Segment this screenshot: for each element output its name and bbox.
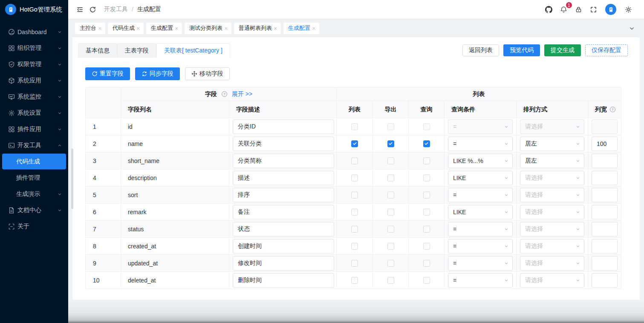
expand-link[interactable]: 展开 >> — [232, 90, 252, 98]
export-checkbox[interactable] — [387, 192, 394, 198]
sidebar-item-about[interactable]: 关于 — [2, 218, 66, 234]
query-condition-select[interactable]: = — [448, 119, 513, 134]
github-icon[interactable] — [542, 3, 555, 16]
align-select[interactable]: 请选择 — [520, 171, 584, 185]
query-checkbox[interactable] — [423, 140, 430, 147]
query-checkbox[interactable] — [423, 226, 430, 233]
field-desc-input[interactable] — [233, 137, 334, 151]
field-desc-input[interactable] — [233, 273, 334, 288]
export-checkbox[interactable] — [387, 209, 394, 215]
export-checkbox[interactable] — [387, 260, 394, 267]
save-config-only-button[interactable]: 仅保存配置 — [585, 44, 628, 56]
query-condition-select[interactable]: = — [448, 137, 513, 151]
breadcrumb-parent[interactable]: 开发工具 — [104, 6, 128, 13]
field-desc-input[interactable] — [233, 256, 334, 271]
query-checkbox[interactable] — [423, 243, 430, 250]
sidebar-item-gen-demo[interactable]: 生成演示 — [2, 186, 66, 202]
query-condition-select[interactable]: LIKE %...% — [448, 154, 513, 168]
query-checkbox[interactable] — [423, 123, 430, 130]
close-icon[interactable] — [222, 25, 230, 32]
list-checkbox[interactable] — [351, 157, 358, 164]
move-fields-button[interactable]: 移动字段 — [185, 67, 230, 80]
help-icon[interactable]: ? — [221, 91, 228, 97]
lock-screen-icon[interactable] — [572, 3, 585, 16]
query-condition-select[interactable]: = — [448, 239, 513, 253]
align-select[interactable]: 请选择 — [520, 273, 584, 288]
settings-gear-icon[interactable] — [622, 3, 635, 16]
export-checkbox[interactable] — [387, 175, 394, 181]
close-icon[interactable] — [96, 25, 104, 32]
refresh-icon[interactable] — [86, 3, 99, 16]
close-icon[interactable] — [135, 25, 142, 32]
reset-fields-button[interactable]: 重置字段 — [85, 67, 130, 80]
sidebar-item-sys-app[interactable]: 系统应用 — [2, 73, 66, 88]
sidebar-item-code-gen[interactable]: 代码生成 — [2, 154, 66, 169]
field-desc-input[interactable] — [233, 188, 334, 202]
notification-bell[interactable]: 1 — [557, 3, 570, 16]
list-checkbox[interactable] — [351, 226, 358, 233]
sync-fields-button[interactable]: 同步字段 — [135, 67, 180, 80]
query-condition-select[interactable]: = — [448, 273, 513, 288]
column-width-input[interactable] — [592, 239, 618, 253]
query-checkbox[interactable] — [423, 175, 430, 181]
column-width-input[interactable] — [592, 137, 618, 151]
submit-generate-button[interactable]: 提交生成 — [544, 44, 581, 56]
column-width-input[interactable] — [592, 171, 618, 185]
field-desc-input[interactable] — [233, 205, 334, 219]
avatar[interactable] — [605, 4, 616, 15]
tab-pill[interactable]: 测试分类列表 — [185, 23, 231, 34]
sidebar-item-dashboard[interactable]: Dashboard — [2, 24, 66, 40]
align-select[interactable]: 请选择 — [520, 205, 584, 219]
align-select[interactable]: 请选择 — [520, 222, 584, 236]
list-checkbox[interactable] — [351, 192, 358, 198]
column-width-input[interactable] — [592, 188, 618, 202]
align-select[interactable]: 居左 — [520, 137, 584, 151]
query-checkbox[interactable] — [423, 260, 430, 267]
page-tab[interactable]: 基本信息 — [78, 43, 117, 58]
sidebar-item-plugin-app[interactable]: 插件应用 — [2, 121, 66, 137]
query-checkbox[interactable] — [423, 157, 430, 164]
collapse-sidebar-icon[interactable] — [73, 3, 86, 16]
sidebar-item-doc-center[interactable]: 文档中心 — [2, 202, 66, 218]
page-tab[interactable]: 关联表[ testCategory ] — [156, 43, 230, 58]
export-checkbox[interactable] — [387, 226, 394, 233]
column-width-input[interactable] — [592, 154, 618, 168]
align-select[interactable]: 请选择 — [520, 119, 584, 134]
fullscreen-icon[interactable] — [587, 3, 600, 16]
query-condition-select[interactable]: = — [448, 188, 513, 202]
list-checkbox[interactable] — [351, 243, 358, 250]
query-checkbox[interactable] — [423, 209, 430, 215]
page-tab[interactable]: 主表字段 — [117, 43, 156, 58]
align-select[interactable]: 居左 — [520, 154, 584, 168]
preview-code-button[interactable]: 预览代码 — [503, 44, 540, 56]
list-checkbox[interactable] — [351, 140, 358, 147]
column-width-input[interactable] — [592, 256, 618, 271]
export-checkbox[interactable] — [387, 157, 394, 164]
tabbar-chevron-down-icon[interactable] — [625, 22, 638, 35]
close-icon[interactable] — [272, 25, 279, 32]
export-checkbox[interactable] — [387, 277, 394, 284]
field-desc-input[interactable] — [233, 171, 334, 185]
export-checkbox[interactable] — [387, 123, 394, 130]
list-checkbox[interactable] — [351, 175, 358, 181]
tab-pill[interactable]: 生成配置 — [146, 23, 182, 34]
sidebar-item-sys-monitor[interactable]: 系统监控 — [2, 89, 66, 105]
query-condition-select[interactable]: = — [448, 222, 513, 236]
export-checkbox[interactable] — [387, 243, 394, 250]
list-checkbox[interactable] — [351, 277, 358, 284]
sidebar-item-auth[interactable]: 权限管理 — [2, 56, 66, 72]
align-select[interactable]: 请选择 — [520, 239, 584, 253]
align-select[interactable]: 请选择 — [520, 188, 584, 202]
query-condition-select[interactable]: LIKE — [448, 205, 513, 219]
column-width-input[interactable] — [592, 222, 618, 236]
tab-pill[interactable]: 普通树表列表 — [234, 23, 281, 34]
export-checkbox[interactable] — [387, 140, 394, 147]
align-select[interactable]: 请选择 — [520, 256, 584, 271]
close-icon[interactable] — [173, 25, 180, 32]
back-to-list-button[interactable]: 返回列表 — [462, 44, 499, 56]
query-condition-select[interactable]: LIKE — [448, 171, 513, 185]
tab-pill[interactable]: 主控台 — [75, 23, 105, 34]
list-checkbox[interactable] — [351, 260, 358, 267]
column-width-input[interactable] — [592, 273, 618, 288]
sidebar-item-sys-config[interactable]: 系统设置 — [2, 105, 66, 121]
